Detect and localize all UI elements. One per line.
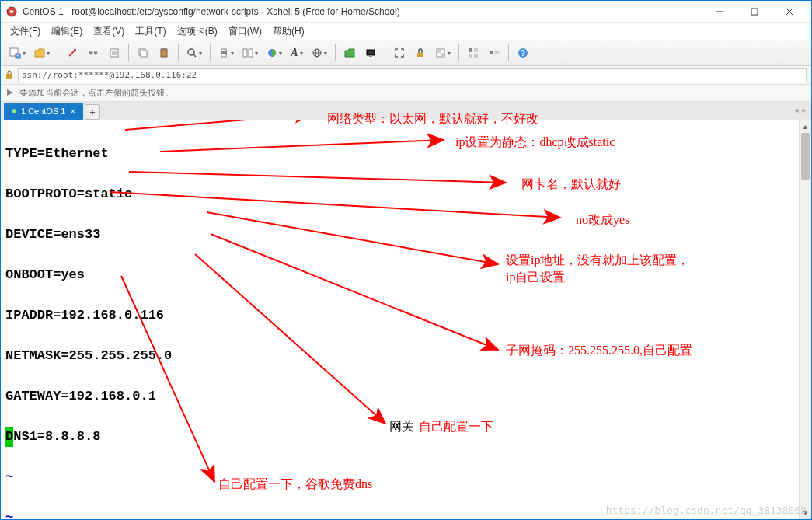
config-line: DNS1=8.8.8.8 xyxy=(5,427,794,447)
tab-label: 1 CentOS 1 xyxy=(21,106,65,116)
tab-next-button[interactable]: ▸ xyxy=(802,105,807,115)
window-controls xyxy=(702,1,807,23)
svg-rect-34 xyxy=(441,53,444,57)
svg-rect-33 xyxy=(437,49,441,53)
scroll-thumb[interactable] xyxy=(801,133,810,180)
config-line: TYPE=Ethernet xyxy=(5,144,794,164)
toolbar-separator xyxy=(178,44,179,61)
address-field[interactable]: ssh://root:******@192.168.0.116:22 xyxy=(18,68,807,82)
lock-button[interactable] xyxy=(411,43,430,63)
close-button[interactable] xyxy=(772,1,807,23)
lock-icon xyxy=(5,70,13,81)
new-session-button[interactable]: + xyxy=(5,43,29,63)
svg-rect-29 xyxy=(367,50,375,55)
svg-rect-2 xyxy=(751,9,758,15)
add-session-icon[interactable] xyxy=(5,88,16,99)
help-button[interactable]: ? xyxy=(514,43,532,63)
toolbar-separator xyxy=(335,44,336,61)
toolbar-separator xyxy=(210,44,211,61)
toolbar-separator xyxy=(385,44,385,61)
reconnect-button[interactable] xyxy=(63,43,82,63)
menu-tools[interactable]: 工具(T) xyxy=(131,23,170,40)
svg-rect-22 xyxy=(221,54,226,57)
svg-rect-23 xyxy=(243,49,247,57)
color-scheme-button[interactable] xyxy=(263,43,285,63)
address-bar: ssh://root:******@192.168.0.116:22 xyxy=(1,66,811,85)
svg-rect-31 xyxy=(417,53,423,57)
status-dot-icon xyxy=(12,109,16,113)
config-line: GATEWAY=192.168.0.1 xyxy=(5,386,794,407)
tab-nav: ◂ ▸ xyxy=(794,105,807,115)
paste-button[interactable] xyxy=(155,43,173,63)
svg-rect-17 xyxy=(162,48,166,51)
encoding-button[interactable] xyxy=(308,43,330,63)
font-button[interactable]: A xyxy=(288,43,306,63)
svg-rect-24 xyxy=(249,49,253,57)
menu-bar: 文件(F) 编辑(E) 查看(V) 工具(T) 选项卡(B) 窗口(W) 帮助(… xyxy=(1,23,811,40)
compose-bar-button[interactable] xyxy=(464,43,483,63)
title-bar: CentOS 1 - root@localhost:/etc/sysconfig… xyxy=(1,1,811,23)
vim-empty-line: ~ xyxy=(5,467,794,487)
copy-button[interactable] xyxy=(134,43,152,63)
tab-prev-button[interactable]: ◂ xyxy=(794,105,799,115)
xftp-button[interactable] xyxy=(340,43,359,63)
fullscreen-button[interactable] xyxy=(390,43,409,63)
session-tab[interactable]: 1 CentOS 1 × xyxy=(4,103,83,120)
scrollbar[interactable]: ▲ ▼ xyxy=(799,120,811,519)
properties-button[interactable] xyxy=(105,43,124,63)
minimize-button[interactable] xyxy=(702,1,737,23)
terminal-cursor: D xyxy=(5,427,13,447)
menu-file[interactable]: 文件(F) xyxy=(5,23,45,40)
toolbar-separator xyxy=(128,44,129,61)
session-hint-bar: 要添加当前会话，点击左侧的箭头按钮。 xyxy=(1,85,811,102)
open-session-button[interactable] xyxy=(31,43,53,63)
config-line: NETMASK=255.255.255.0 xyxy=(5,346,794,366)
toolbar: + A ? xyxy=(1,40,811,66)
hint-text: 要添加当前会话，点击左侧的箭头按钮。 xyxy=(19,87,173,99)
print-button[interactable] xyxy=(215,43,237,63)
script-button[interactable] xyxy=(485,43,504,63)
config-line: DEVICE=ens33 xyxy=(5,225,794,245)
svg-rect-43 xyxy=(6,74,12,79)
toolbar-separator xyxy=(458,44,459,61)
add-tab-button[interactable]: + xyxy=(85,104,100,120)
tab-strip: 1 CentOS 1 × + ◂ ▸ xyxy=(1,102,811,120)
toolbar-separator xyxy=(58,44,58,61)
disconnect-button[interactable] xyxy=(84,43,103,63)
tab-close-button[interactable]: × xyxy=(70,106,75,116)
svg-rect-35 xyxy=(469,48,472,52)
svg-rect-30 xyxy=(369,55,372,57)
svg-text:?: ? xyxy=(521,49,525,58)
terminal[interactable]: TYPE=Ethernet BOOTPROTO=static DEVICE=en… xyxy=(1,120,799,519)
terminal-container: TYPE=Ethernet BOOTPROTO=static DEVICE=en… xyxy=(1,120,811,519)
svg-rect-15 xyxy=(141,51,147,57)
app-icon xyxy=(5,5,18,18)
layout-button[interactable] xyxy=(239,43,261,63)
maximize-button[interactable] xyxy=(737,1,772,23)
svg-rect-36 xyxy=(474,48,478,52)
svg-rect-40 xyxy=(495,51,499,54)
svg-point-18 xyxy=(188,49,194,55)
find-button[interactable] xyxy=(183,43,205,63)
window-title: CentOS 1 - root@localhost:/etc/sysconfig… xyxy=(23,6,702,17)
menu-view[interactable]: 查看(V) xyxy=(89,23,129,40)
config-line: ONBOOT=yes xyxy=(5,265,794,285)
config-line: BOOTPROTO=static xyxy=(5,184,794,204)
toolbar-separator xyxy=(508,44,509,61)
watermark: https://blog.csdn.net/qq_38138069 xyxy=(606,504,807,516)
svg-rect-39 xyxy=(490,51,493,54)
scroll-up-button[interactable]: ▲ xyxy=(800,120,811,133)
xagent-button[interactable] xyxy=(361,43,380,63)
svg-rect-38 xyxy=(474,54,478,58)
svg-rect-21 xyxy=(221,49,226,51)
svg-text:+: + xyxy=(16,53,19,58)
config-line: IPADDR=192.168.0.116 xyxy=(5,305,794,326)
menu-edit[interactable]: 编辑(E) xyxy=(47,23,87,40)
svg-rect-37 xyxy=(469,54,472,58)
menu-help[interactable]: 帮助(H) xyxy=(268,23,309,40)
svg-line-19 xyxy=(193,54,196,57)
transparency-button[interactable] xyxy=(432,43,454,63)
menu-window[interactable]: 窗口(W) xyxy=(224,23,267,40)
menu-tabs[interactable]: 选项卡(B) xyxy=(173,23,222,40)
